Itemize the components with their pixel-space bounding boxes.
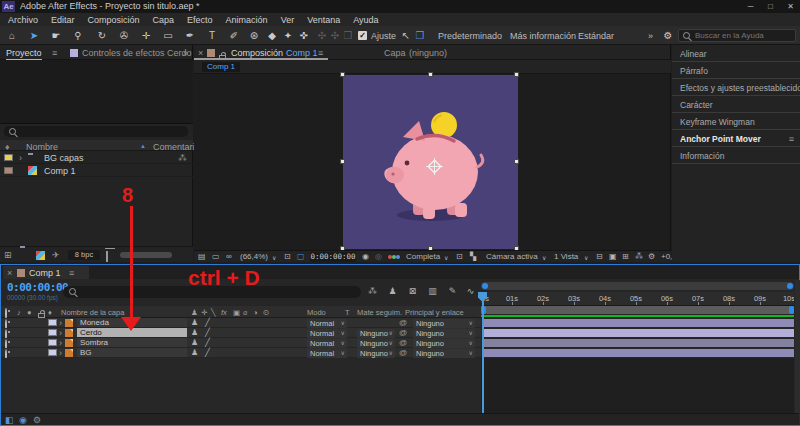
frame-blending-icon[interactable]: ⊠ bbox=[405, 286, 420, 296]
parent-pickwhip-icon[interactable]: @ bbox=[399, 318, 407, 327]
parent-pickwhip-icon[interactable]: @ bbox=[399, 338, 407, 347]
tab-capa[interactable]: Capa bbox=[384, 48, 406, 58]
menu-ayuda[interactable]: Ayuda bbox=[353, 15, 378, 25]
quality-toggle-icon[interactable]: ╱ bbox=[205, 328, 210, 337]
type-tool-icon[interactable]: T bbox=[204, 29, 220, 42]
shy-toggle-icon[interactable]: ♟ bbox=[191, 328, 198, 337]
label-column-icon[interactable]: ♦ bbox=[48, 308, 52, 317]
breadcrumb[interactable]: Comp 1 bbox=[202, 62, 240, 72]
selection-tool-icon[interactable]: ➤ bbox=[26, 29, 42, 42]
parent-pickwhip-icon[interactable]: @ bbox=[399, 328, 407, 337]
work-area-bar[interactable] bbox=[481, 306, 794, 314]
menu-composicion[interactable]: Composición bbox=[88, 15, 140, 25]
quality-toggle-icon[interactable]: ╱ bbox=[205, 348, 210, 357]
shy-toggle-icon[interactable]: ♟ bbox=[191, 318, 198, 327]
close-button[interactable]: ✕ bbox=[781, 0, 800, 13]
sort-ascending-icon[interactable]: ▲ bbox=[140, 143, 146, 149]
panel-informacion[interactable]: Información bbox=[672, 147, 800, 164]
project-search-input[interactable] bbox=[4, 126, 188, 137]
layer-color-label[interactable] bbox=[48, 319, 57, 326]
mask-visibility-icon[interactable]: ▢ bbox=[297, 252, 305, 261]
safe-margins-icon[interactable]: ⊡ bbox=[284, 252, 291, 261]
parent-dropdown[interactable]: Ninguno∨ bbox=[413, 349, 475, 358]
camera-tool-icon[interactable]: ✇ bbox=[116, 29, 132, 42]
layer-row-moneda[interactable]: › Moneda ♟ ╱ Normal∨ @ Ninguno∨ bbox=[1, 318, 481, 328]
menu-archivo[interactable]: Archivo bbox=[8, 15, 38, 25]
chevron-right-icon[interactable]: › bbox=[59, 318, 62, 328]
close-tab-icon[interactable]: × bbox=[7, 268, 12, 278]
menu-ventana[interactable]: Ventana bbox=[307, 15, 340, 25]
workspace-predeterminado[interactable]: Predeterminado bbox=[438, 31, 502, 41]
vertical-scrollbar[interactable] bbox=[795, 280, 800, 425]
rotation-tool-icon[interactable]: ↻ bbox=[94, 29, 110, 42]
panel-menu-icon[interactable]: ≡ bbox=[69, 268, 74, 278]
solo-column-icon[interactable]: ● bbox=[27, 308, 32, 317]
layer-color-label[interactable] bbox=[48, 339, 57, 346]
snapshot-icon[interactable]: ◉ bbox=[362, 252, 369, 261]
parent-dropdown[interactable]: Ninguno∨ bbox=[413, 339, 475, 348]
panel-alinear[interactable]: Alinear bbox=[672, 45, 800, 62]
clone-stamp-tool-icon[interactable]: ⊛ bbox=[246, 29, 262, 42]
work-area-end-handle[interactable] bbox=[789, 306, 794, 314]
chevron-right-icon[interactable]: › bbox=[19, 153, 22, 163]
tab-overflow-icon[interactable]: » bbox=[183, 48, 188, 58]
tab-comp-name[interactable]: Comp 1 bbox=[286, 48, 318, 58]
time-navigator[interactable] bbox=[481, 282, 794, 290]
time-ruler[interactable]: 0s 01s 02s 03s 04s 05s 06s 07s 08s 09s 1… bbox=[481, 292, 794, 306]
panel-anchor-point-mover[interactable]: Anchor Point Mover ≡ bbox=[672, 130, 800, 147]
layer-color-label[interactable] bbox=[48, 329, 57, 336]
fast-previews-icon[interactable]: ▣ bbox=[609, 252, 617, 261]
panel-parrafo[interactable]: Párrafo bbox=[672, 62, 800, 79]
exposure-gear-icon[interactable]: ⚙ bbox=[648, 252, 655, 261]
chevron-right-icon[interactable]: › bbox=[59, 338, 62, 348]
snap-frame-icon[interactable]: ❒ bbox=[412, 29, 428, 42]
column-layer-name[interactable]: Nombre de la capa bbox=[61, 308, 124, 317]
layer-row-cerdo[interactable]: › Cerdo ♟ ╱ Normal∨ Ninguno∨ @ Ninguno∨ bbox=[1, 328, 481, 338]
resolution-dropdown[interactable]: Completa bbox=[406, 252, 440, 261]
layer-bar-bg[interactable] bbox=[482, 349, 794, 357]
snap-checkbox[interactable]: ✓ bbox=[358, 31, 367, 40]
blend-mode-dropdown[interactable]: Normal∨ bbox=[307, 349, 347, 358]
chevron-down-icon[interactable]: ∨ bbox=[584, 254, 588, 261]
hand-tool-icon[interactable]: ☛ bbox=[48, 29, 64, 42]
selection-handle[interactable] bbox=[428, 72, 433, 77]
channel-settings-icon[interactable] bbox=[388, 255, 400, 259]
workspace-gear-icon[interactable]: ⚙ bbox=[660, 29, 676, 42]
track-matte-dropdown[interactable]: Ninguno∨ bbox=[357, 329, 395, 338]
region-of-interest-icon[interactable]: ⊡ bbox=[456, 252, 463, 261]
maximize-button[interactable]: □ bbox=[761, 0, 780, 13]
zoom-tool-icon[interactable]: ⚲ bbox=[70, 29, 86, 42]
column-mate-seguim[interactable]: Mate seguim. bbox=[357, 308, 402, 317]
panel-menu-icon[interactable]: ≡ bbox=[52, 48, 57, 58]
pan-behind-tool-icon[interactable]: ✛ bbox=[138, 29, 154, 42]
shy-toggle-icon[interactable]: ♟ bbox=[191, 348, 198, 357]
expand-transfer-controls-icon[interactable]: ◉ bbox=[19, 415, 27, 425]
chevron-right-icon[interactable]: › bbox=[59, 328, 62, 338]
item-label[interactable]: BG capas bbox=[44, 153, 84, 163]
tab-composicion[interactable]: Composición bbox=[231, 48, 283, 58]
panel-caracter[interactable]: Carácter bbox=[672, 96, 800, 113]
track-matte-dropdown[interactable]: Ninguno∨ bbox=[357, 339, 395, 348]
chevron-down-icon[interactable]: ∨ bbox=[444, 254, 448, 261]
panel-menu-icon[interactable]: ≡ bbox=[318, 48, 323, 58]
transparency-grid-icon[interactable]: ▚ bbox=[470, 252, 476, 261]
graph-editor-icon[interactable]: ∿ bbox=[463, 286, 478, 296]
menu-editar[interactable]: Editar bbox=[51, 15, 75, 25]
project-item-bg-capas[interactable]: › BG capas ⁂ bbox=[0, 151, 193, 164]
rectangle-tool-icon[interactable]: ▭ bbox=[160, 29, 176, 42]
workspace-mas-informacion[interactable]: Más información bbox=[510, 31, 576, 41]
selection-handle[interactable] bbox=[514, 72, 519, 77]
layer-name[interactable]: BG bbox=[77, 348, 187, 357]
always-preview-icon[interactable]: ▤ bbox=[198, 252, 206, 261]
column-principal-y-enlace[interactable]: Principal y enlace bbox=[405, 308, 464, 317]
eraser-tool-icon[interactable]: ◆ bbox=[264, 29, 280, 42]
interpret-footage-icon[interactable]: ⊞ bbox=[4, 250, 12, 260]
pen-tool-icon[interactable]: ✒ bbox=[182, 29, 198, 42]
magnification-dropdown[interactable]: (66,4%) bbox=[240, 252, 268, 261]
auto-keyframe-icon[interactable]: ✎ bbox=[445, 286, 460, 296]
blend-mode-dropdown[interactable]: Normal∨ bbox=[307, 339, 347, 348]
motion-blur-icon[interactable]: ▥ bbox=[425, 286, 440, 296]
chevron-right-icon[interactable]: › bbox=[59, 348, 62, 358]
layer-bar-moneda[interactable] bbox=[482, 319, 794, 327]
expand-in-out-icon[interactable]: ⚙ bbox=[33, 415, 41, 425]
